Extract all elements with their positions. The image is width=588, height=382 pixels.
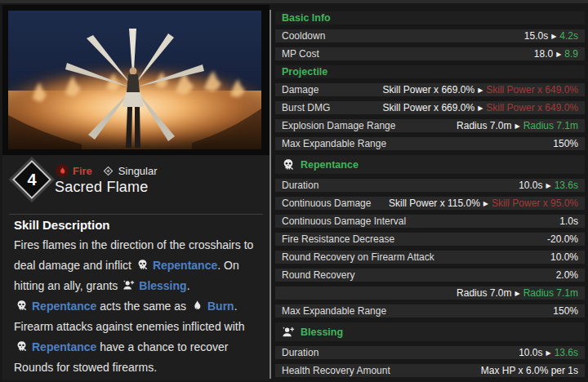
keyword-link-blessing[interactable]: Blessing [139, 279, 186, 292]
stat-label: Health Recovery Amount [282, 365, 390, 376]
stat-label: Burst DMG [282, 102, 330, 113]
stat-base-value: Skill Power x 669.0% [382, 102, 474, 113]
stat-base-value: 10.0% [550, 251, 578, 263]
stat-value: 10.0% [550, 251, 578, 263]
stat-row-mp-cost: MP Cost18.0▶8.9 [275, 47, 585, 60]
stat-label: Continuous Damage Interval [282, 215, 406, 227]
stat-row-blank: Radius 7.0m▶Radius 7.1m [275, 286, 585, 300]
skill-description-heading: Skill Description [14, 218, 262, 232]
stat-label: Duration [282, 347, 318, 358]
stat-value: 10.0s▶13.6s [519, 180, 578, 191]
stat-base-value: 150% [553, 138, 578, 149]
change-arrow-icon: ▶ [478, 104, 483, 112]
keyword-link-repentance[interactable]: Repentance [153, 259, 217, 272]
skill-header: 4 Fire Singular Sacred Flame [2, 157, 270, 209]
skill-level-number: 4 [11, 158, 53, 201]
element-label: Fire [73, 165, 92, 177]
stat-modified-value: Skill Power x 95.0% [492, 198, 578, 209]
skill-preview-image [8, 11, 261, 149]
stat-value: Radius 7.0m▶Radius 7.1m [457, 120, 578, 131]
stat-row-duration: Duration10.0s▶13.6s [275, 346, 585, 359]
stat-value: Skill Power x 669.0%▶Skill Power x 649.0… [382, 84, 578, 96]
stat-value: 10.0s▶13.6s [519, 347, 578, 358]
stat-value: 18.0▶8.9 [534, 48, 578, 60]
skull-icon [282, 158, 295, 171]
stat-modified-value: 8.9 [564, 48, 578, 60]
stat-row-duration: Duration10.0s▶13.6s [275, 179, 585, 192]
keyword-link-burn[interactable]: Burn [207, 300, 234, 313]
description-paragraph: Fires flames in the direction of the cro… [14, 235, 262, 296]
change-arrow-icon: ▶ [483, 200, 488, 207]
stat-label: Damage [282, 84, 318, 96]
section-label: Repentance [301, 159, 359, 171]
type-badge-singular: Singular [102, 165, 158, 177]
stat-modified-value: 13.6s [555, 180, 578, 191]
skull-icon [16, 300, 29, 312]
stat-row-burst-dmg: Burst DMGSkill Power x 669.0%▶Skill Powe… [275, 101, 585, 114]
description-text: acts the same as [96, 300, 189, 313]
stat-label: Max Expandable Range [282, 138, 386, 149]
stat-row-round-recovery: Round Recovery2.0% [275, 269, 585, 282]
stat-value: 2.0% [556, 269, 578, 281]
skill-tooltip-panel: 4 Fire Singular Sacred Flame Skill Descr… [0, 0, 588, 382]
stat-value: 15.0s▶4.2s [524, 30, 578, 42]
stat-row-cooldown: Cooldown15.0s▶4.2s [275, 29, 585, 42]
stat-row-round-recovery-on-firearm-attack: Round Recovery on Firearm Attack10.0% [275, 251, 585, 264]
stat-modified-value: Radius 7.1m [523, 287, 578, 299]
skull-icon [16, 340, 29, 353]
stat-value: Skill Power x 669.0%▶Skill Power x 649.0… [382, 102, 578, 113]
stat-value: 1.0s [559, 215, 578, 227]
stat-label: Duration [282, 180, 318, 191]
stat-label: Round Recovery [282, 269, 354, 281]
stat-base-value: 150% [553, 305, 578, 317]
stat-row-max-expandable-range: Max Expandable Range150% [275, 304, 585, 318]
stat-label: Cooldown [282, 30, 325, 42]
change-arrow-icon: ▶ [514, 290, 519, 297]
skill-preview-frame [2, 5, 270, 155]
stat-modified-value: Skill Power x 649.0% [486, 84, 578, 96]
stat-base-value: Radius 7.0m [457, 120, 511, 131]
stat-row-max-expandable-range: Max Expandable Range150% [275, 137, 585, 150]
stat-label: Round Recovery on Firearm Attack [282, 251, 434, 263]
stat-label: Max Expandable Range [282, 305, 386, 317]
keyword-link-repentance[interactable]: Repentance [32, 300, 96, 313]
stat-modified-value: 13.6s [555, 347, 578, 358]
skull-icon [136, 259, 150, 271]
stat-base-value: -20.0% [547, 233, 578, 245]
singular-type-icon [102, 165, 114, 177]
stat-row-fire-resistance-decrease: Fire Resistance Decrease-20.0% [275, 233, 585, 246]
change-arrow-icon: ▶ [514, 122, 519, 130]
stat-base-value: Max HP x 6.0% per 1s [481, 365, 578, 376]
section-header-blessing: Blessing [275, 322, 585, 341]
stat-row-explosion-damage-range: Explosion Damage RangeRadius 7.0m▶Radius… [275, 119, 585, 132]
stat-value: 150% [553, 305, 578, 317]
fire-element-icon [56, 164, 69, 177]
stat-label: Fire Resistance Decrease [282, 233, 394, 245]
keyword-link-repentance[interactable]: Repentance [32, 340, 96, 353]
stat-base-value: 2.0% [556, 269, 578, 281]
stat-base-value: Radius 7.0m [457, 287, 511, 299]
stat-label: Continuous Damage [282, 198, 371, 209]
stat-base-value: 10.0s [519, 347, 542, 358]
stat-base-value: 18.0 [534, 48, 553, 60]
stat-value: -20.0% [547, 233, 578, 245]
section-header-projectile: Projectile [275, 65, 585, 78]
flame-icon [191, 300, 205, 312]
skill-info-panel: 4 Fire Singular Sacred Flame Skill Descr… [2, 5, 270, 380]
description-paragraph: Repentance acts the same as Burn. Firear… [14, 296, 262, 378]
skill-badges: Fire Singular [56, 164, 158, 177]
stat-value: 150% [553, 138, 578, 149]
stat-modified-value: Skill Power x 649.0% [486, 102, 578, 113]
stat-row-damage: DamageSkill Power x 669.0%▶Skill Power x… [275, 83, 585, 96]
section-divider [9, 214, 263, 215]
change-arrow-icon: ▶ [546, 349, 550, 357]
stat-base-value: 15.0s [524, 30, 548, 42]
stat-base-value: 1.0s [559, 215, 578, 227]
skill-name: Sacred Flame [55, 179, 148, 196]
stat-modified-value: 4.2s [559, 30, 578, 42]
change-arrow-icon: ▶ [478, 87, 483, 94]
section-label: Blessing [301, 326, 343, 338]
stat-value: Skill Power x 115.0%▶Skill Power x 95.0% [389, 198, 578, 209]
change-arrow-icon: ▶ [551, 33, 556, 40]
section-header-basic-info: Basic Info [275, 11, 585, 24]
